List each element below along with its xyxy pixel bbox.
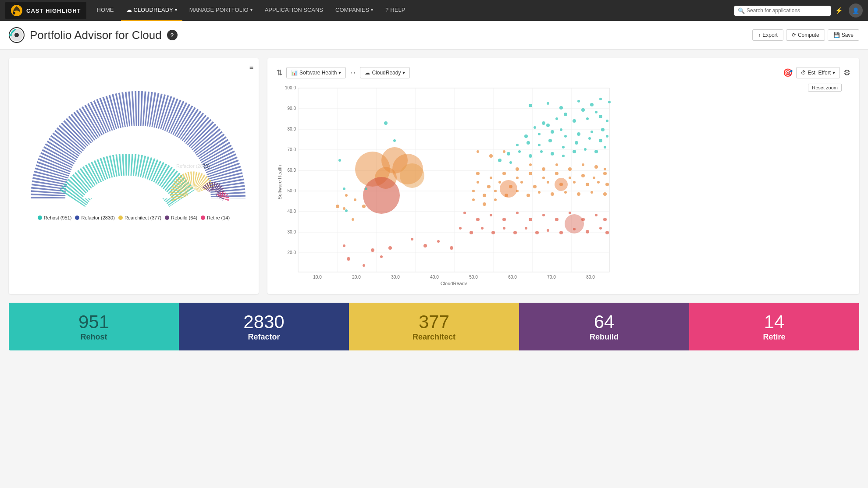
svg-text:70.0: 70.0 — [547, 275, 556, 279]
retire-label: Retire — [763, 332, 785, 342]
nav-application-scans[interactable]: APPLICATION SCANS — [260, 0, 328, 21]
compute-icon: ⟳ — [792, 32, 796, 38]
svg-point-204 — [352, 218, 354, 221]
nav-cloudready[interactable]: ☁ CLOUDREADY ▾ — [121, 0, 182, 21]
svg-text:80.0: 80.0 — [586, 275, 595, 279]
brand-name: CAST HIGHLIGHT — [26, 7, 81, 14]
filter-icon[interactable]: ⚡ — [832, 5, 845, 16]
nav-help[interactable]: ? HELP — [380, 0, 410, 21]
svg-point-148 — [526, 194, 530, 197]
svg-text:Software Health: Software Health — [277, 165, 282, 199]
chart-menu-icon[interactable]: ≡ — [249, 64, 253, 71]
svg-point-208 — [362, 205, 366, 208]
compute-button[interactable]: ⟳ Compute — [786, 29, 825, 41]
svg-point-166 — [542, 214, 545, 216]
svg-text:50.0: 50.0 — [469, 275, 478, 279]
svg-point-202 — [343, 187, 345, 190]
retire-count: 14 — [764, 311, 785, 332]
card-rearchitect[interactable]: 377 Rearchitect — [349, 303, 519, 350]
scatter-plot-svg: 100.0 90.0 80.0 70.0 60.0 50.0 40.0 30.0… — [276, 84, 618, 285]
svg-text:30.0: 30.0 — [288, 230, 296, 234]
svg-text:20.0: 20.0 — [288, 250, 296, 255]
reset-zoom-button[interactable]: Reset zoom — [808, 84, 842, 92]
svg-point-66 — [555, 117, 558, 120]
settings-wheel-icon[interactable]: ⚙ — [843, 68, 850, 78]
legend-rebuild-dot — [165, 216, 169, 220]
svg-point-99 — [594, 150, 598, 153]
svg-point-119 — [604, 168, 606, 170]
cloudready-axis-button[interactable]: ☁ CloudReady ▾ — [360, 67, 410, 78]
svg-point-133 — [498, 181, 501, 184]
svg-point-163 — [502, 218, 506, 221]
svg-point-127 — [569, 177, 571, 179]
legend-rearchitect-dot — [118, 216, 123, 220]
svg-text:20.0: 20.0 — [352, 275, 361, 279]
svg-point-123 — [516, 177, 519, 179]
nav-home[interactable]: HOME — [92, 0, 119, 21]
legend-rebuild: Rebuild (64) — [165, 215, 197, 220]
software-health-button[interactable]: 📊 Software Health ▾ — [286, 67, 346, 78]
svg-point-97 — [573, 150, 576, 153]
svg-point-77 — [551, 130, 554, 134]
navbar: CAST HIGHLIGHT HOME ☁ CLOUDREADY ▾ MANAG… — [0, 0, 868, 21]
legend-retire: Retire (14) — [201, 215, 230, 220]
svg-text:40.0: 40.0 — [288, 209, 296, 214]
card-refactor[interactable]: 2830 Refactor — [179, 303, 349, 350]
software-health-label: Software Health — [299, 70, 337, 76]
svg-point-159 — [555, 178, 568, 191]
page-header: Portfolio Advisor for Cloud ? ↑ Export ⟳… — [0, 21, 868, 50]
svg-text:80.0: 80.0 — [288, 127, 296, 131]
brand[interactable]: CAST HIGHLIGHT — [5, 2, 86, 19]
card-retire[interactable]: 14 Retire — [689, 303, 859, 350]
svg-text:30.0: 30.0 — [391, 275, 400, 279]
svg-point-140 — [586, 183, 589, 186]
svg-point-185 — [605, 231, 609, 234]
svg-point-188 — [347, 257, 350, 261]
svg-point-136 — [533, 185, 537, 188]
svg-point-75 — [524, 134, 528, 138]
svg-point-62 — [608, 101, 611, 103]
chart-icon: 📊 — [291, 70, 298, 76]
svg-text:60.0: 60.0 — [288, 168, 296, 173]
rearchitect-label: Rearchitect — [413, 332, 455, 342]
svg-point-135 — [520, 181, 523, 184]
search-input[interactable] — [747, 7, 827, 14]
svg-point-85 — [548, 139, 552, 142]
svg-point-132 — [487, 185, 491, 188]
clock-icon: ⏱ — [801, 70, 806, 76]
legend-refactor-dot — [75, 216, 79, 220]
svg-point-63 — [581, 108, 585, 112]
svg-point-60 — [590, 103, 594, 106]
nav-companies[interactable]: COMPANIES ▾ — [330, 0, 378, 21]
chart-controls-right: 🎯 ⏱ Est. Effort ▾ ⚙ — [783, 67, 850, 78]
svg-text:10.0: 10.0 — [313, 275, 322, 279]
svg-point-154 — [603, 192, 607, 196]
rehost-count: 951 — [78, 311, 109, 332]
svg-point-69 — [546, 124, 550, 127]
svg-point-192 — [388, 246, 392, 250]
svg-point-137 — [547, 181, 549, 184]
user-avatar[interactable]: 👤 — [849, 4, 863, 18]
svg-point-173 — [470, 231, 473, 234]
svg-point-143 — [472, 190, 475, 192]
svg-point-4 — [9, 34, 12, 36]
cloudready-caret-icon: ▾ — [175, 7, 177, 12]
scatter-wrapper: Reset zoom — [276, 84, 850, 285]
manage-portfolio-caret-icon: ▾ — [250, 7, 253, 12]
svg-point-191 — [380, 255, 383, 258]
card-rebuild[interactable]: 64 Rebuild — [519, 303, 689, 350]
est-effort-label: Est. Effort — [808, 70, 831, 76]
svg-point-179 — [535, 231, 539, 234]
svg-point-177 — [513, 231, 517, 234]
sw-health-caret-icon: ▾ — [338, 70, 341, 76]
export-button[interactable]: ↑ Export — [752, 29, 783, 41]
page-help-icon[interactable]: ? — [167, 30, 178, 40]
est-effort-button[interactable]: ⏱ Est. Effort ▾ — [796, 67, 840, 78]
card-rehost[interactable]: 951 Rehost — [9, 303, 179, 350]
nav-manage-portfolio[interactable]: MANAGE PORTFOLIO ▾ — [184, 0, 258, 21]
svg-point-74 — [606, 120, 608, 122]
svg-point-84 — [538, 144, 541, 146]
save-button[interactable]: 💾 Save — [828, 29, 859, 41]
svg-point-96 — [562, 155, 565, 157]
search-box: 🔍 — [734, 6, 831, 16]
